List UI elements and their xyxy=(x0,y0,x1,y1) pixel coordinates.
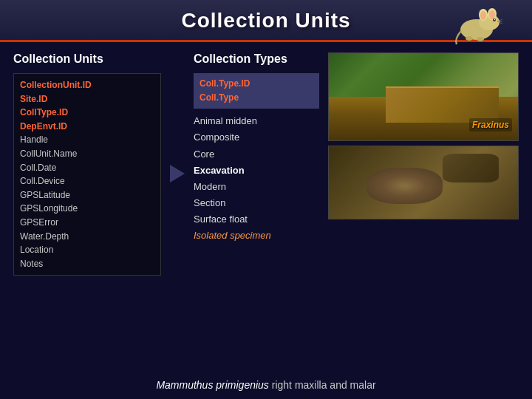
right-panel-photos: Fraxinus xyxy=(328,52,519,276)
type-animal-midden: Animal midden xyxy=(194,113,319,129)
field-dep-envt-id: DepEnvt.ID xyxy=(20,120,154,134)
svg-point-3 xyxy=(480,11,486,20)
type-excavation: Excavation xyxy=(194,163,319,179)
header: Collection Units xyxy=(0,0,532,42)
type-isolated-specimen: Isolated specimen xyxy=(194,228,319,244)
collection-type-values: Animal midden Composite Core Excavation … xyxy=(194,109,319,244)
field-handle: Handle xyxy=(20,133,154,147)
svg-point-7 xyxy=(494,19,495,20)
field-notes: Notes xyxy=(20,257,154,271)
middle-panel: Collection Types Coll.Type.ID Coll.Type … xyxy=(194,52,319,276)
type-composite: Composite xyxy=(194,129,319,146)
svg-point-6 xyxy=(493,18,496,21)
fraxinus-label: Fraxinus xyxy=(469,118,512,132)
left-panel: Collection Units CollectionUnit.ID Site.… xyxy=(13,52,161,276)
footer: Mammuthus primigenius right maxilla and … xyxy=(0,378,532,392)
field-coll-device: Coll.Device xyxy=(20,174,154,188)
collection-unit-fields: CollectionUnit.ID Site.ID CollType.ID De… xyxy=(13,73,161,276)
field-water-depth: Water.Depth xyxy=(20,230,154,244)
svg-point-12 xyxy=(466,36,473,41)
middle-panel-title: Collection Types xyxy=(194,52,319,67)
photo-excavation-bottom xyxy=(328,146,519,219)
footer-italic: Mammuthus primigenius xyxy=(156,379,269,391)
field-gps-longitude: GPSLongitude xyxy=(20,202,154,216)
footer-regular: right maxilla and malar xyxy=(269,379,376,391)
type-modern: Modern xyxy=(194,179,319,195)
field-site-id: Site.ID xyxy=(20,92,154,106)
collection-types-header: Coll.Type.ID Coll.Type xyxy=(194,73,319,109)
arrow-icon xyxy=(170,165,185,183)
field-collection-unit-id: CollectionUnit.ID xyxy=(20,78,154,92)
field-coll-type-id: CollType.ID xyxy=(20,106,154,120)
type-section: Section xyxy=(194,195,319,211)
type-surface-float: Surface float xyxy=(194,211,319,228)
footer-text: Mammuthus primigenius right maxilla and … xyxy=(156,379,375,391)
field-coll-unit-name: CollUnit.Name xyxy=(20,147,154,161)
svg-point-5 xyxy=(489,10,495,19)
arrow-area xyxy=(170,52,185,276)
coll-type-id-header: Coll.Type.ID xyxy=(200,77,313,91)
photo-excavation-top: Fraxinus xyxy=(328,52,519,141)
field-location: Location xyxy=(20,243,154,257)
field-coll-date: Coll.Date xyxy=(20,161,154,175)
main-content: Collection Units CollectionUnit.ID Site.… xyxy=(0,42,532,283)
left-panel-title: Collection Units xyxy=(13,52,161,67)
field-gps-error: GPSError xyxy=(20,216,154,230)
type-core: Core xyxy=(194,146,319,163)
svg-point-13 xyxy=(477,37,484,41)
rat-icon xyxy=(451,1,502,46)
field-gps-latitude: GPSLatitude xyxy=(20,188,154,202)
svg-line-9 xyxy=(499,19,502,21)
coll-type-header: Coll.Type xyxy=(200,91,313,105)
